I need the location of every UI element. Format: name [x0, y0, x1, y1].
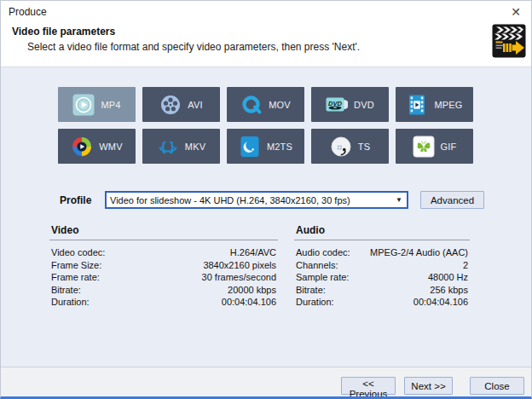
- profile-label: Profile: [60, 194, 91, 206]
- format-button-dvd[interactable]: DVD DVD: [311, 87, 389, 122]
- format-button-ts[interactable]: TS: [311, 129, 389, 164]
- media-color-wheel-icon: [71, 136, 93, 158]
- table-row: Channels: 2: [294, 259, 470, 272]
- video-section: Video Video codec: H.264/AVC Frame Size:…: [49, 224, 278, 309]
- clapperboard-icon: [492, 24, 526, 58]
- window-title: Produce: [9, 6, 47, 18]
- satellite-sphere-icon: [330, 136, 352, 158]
- detail-label: Duration:: [51, 297, 90, 307]
- table-row: Audio codec: MPEG-2/4 Audio (AAC): [294, 246, 470, 259]
- blu-ray-disc-icon: [239, 136, 261, 158]
- format-label: MKV: [185, 142, 205, 152]
- close-button[interactable]: Close: [470, 377, 524, 395]
- detail-label: Video codec:: [51, 247, 105, 257]
- dvd-disc-icon: DVD: [326, 94, 348, 116]
- title-bar: Produce ✕: [1, 1, 531, 23]
- film-strip-icon: [406, 94, 428, 116]
- detail-value: 48000 Hz: [428, 272, 468, 282]
- format-button-mpeg[interactable]: MPEG: [396, 87, 473, 122]
- detail-value: H.264/AVC: [230, 247, 276, 257]
- video-section-title: Video: [49, 224, 278, 240]
- detail-label: Sample rate:: [296, 272, 349, 282]
- format-label: AVI: [188, 100, 203, 110]
- page-title: Video file parameters: [12, 26, 115, 38]
- table-row: Frame Size: 3840x2160 pixels: [49, 259, 278, 272]
- format-label: TS: [358, 142, 370, 152]
- format-label: WMV: [99, 142, 122, 152]
- format-label: DVD: [354, 100, 374, 110]
- film-reel-icon: [159, 94, 182, 116]
- audio-section: Audio Audio codec: MPEG-2/4 Audio (AAC) …: [294, 224, 470, 309]
- table-row: Duration: 00:04:04.106: [294, 296, 470, 309]
- close-icon[interactable]: ✕: [507, 3, 524, 20]
- format-button-mp4[interactable]: MP4: [58, 87, 136, 122]
- format-button-mov[interactable]: MOV: [227, 87, 304, 122]
- detail-value: 20000 kbps: [228, 285, 276, 295]
- detail-label: Frame Size:: [51, 260, 101, 270]
- detail-value: MPEG-2/4 Audio (AAC): [370, 247, 468, 257]
- detail-value: 2: [463, 260, 468, 270]
- detail-label: Duration:: [296, 297, 334, 307]
- svg-text:{ }: { }: [161, 138, 175, 153]
- detail-label: Channels:: [296, 260, 338, 270]
- detail-value: 256 kbps: [430, 285, 468, 295]
- detail-value: 3840x2160 pixels: [203, 260, 276, 270]
- detail-label: Frame rate:: [51, 272, 100, 282]
- detail-value: 00:04:04.106: [413, 297, 468, 307]
- audio-detail-rows: Audio codec: MPEG-2/4 Audio (AAC) Channe…: [294, 246, 470, 309]
- profile-dropdown[interactable]: Video for slideshow - 4K UHD (H.264, 384…: [105, 191, 408, 209]
- advanced-button[interactable]: Advanced: [420, 191, 484, 209]
- chevron-down-icon: ▼: [391, 196, 407, 204]
- table-row: Video codec: H.264/AVC: [49, 246, 278, 259]
- quicktime-q-icon: [240, 94, 263, 116]
- table-row: Sample rate: 48000 Hz: [294, 271, 470, 284]
- footer-bar: << Previous Next >> Close: [1, 367, 531, 396]
- table-row: Frame rate: 30 frames/second: [49, 271, 278, 284]
- produce-dialog: Produce ✕ Video file parameters Select a…: [0, 0, 532, 399]
- table-row: Duration: 00:04:04.106: [49, 296, 278, 309]
- format-label: MOV: [269, 100, 291, 110]
- format-grid: MP4 AVI: [58, 87, 473, 164]
- format-label: M2TS: [267, 142, 292, 152]
- profile-dropdown-value: Video for slideshow - 4K UHD (H.264, 384…: [107, 195, 391, 205]
- table-row: Bitrate: 256 kbps: [294, 284, 470, 297]
- content-area: MP4 AVI: [1, 66, 531, 367]
- format-button-avi[interactable]: AVI: [142, 87, 220, 122]
- detail-label: Bitrate:: [51, 285, 81, 295]
- format-label: MPEG: [434, 100, 462, 110]
- audio-section-title: Audio: [294, 224, 470, 240]
- format-button-mkv[interactable]: { } MKV: [142, 129, 220, 164]
- format-button-gif[interactable]: GIF: [396, 129, 473, 164]
- next-button[interactable]: Next >>: [404, 377, 453, 395]
- detail-value: 30 frames/second: [202, 272, 276, 282]
- detail-value: 00:04:04.106: [222, 297, 276, 307]
- butterfly-icon: [413, 136, 435, 158]
- video-detail-rows: Video codec: H.264/AVC Frame Size: 3840x…: [49, 246, 278, 309]
- matroska-braces-icon: { }: [157, 136, 179, 158]
- format-button-m2ts[interactable]: M2TS: [227, 129, 304, 164]
- detail-label: Audio codec:: [296, 247, 350, 257]
- mp4-play-icon: [72, 94, 95, 116]
- previous-button[interactable]: << Previous: [341, 377, 396, 395]
- format-label: MP4: [101, 100, 120, 110]
- table-row: Bitrate: 20000 kbps: [49, 284, 278, 297]
- svg-text:DVD: DVD: [328, 99, 342, 107]
- detail-label: Bitrate:: [296, 285, 326, 295]
- format-label: GIF: [441, 142, 457, 152]
- format-button-wmv[interactable]: WMV: [58, 129, 136, 164]
- page-subtitle: Select a video file format and specify v…: [27, 41, 360, 53]
